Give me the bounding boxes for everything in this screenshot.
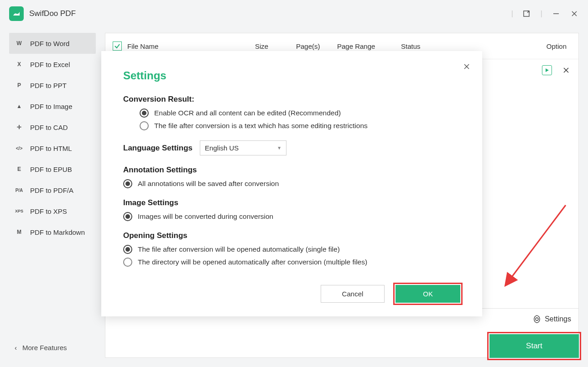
window-icon[interactable]	[522, 9, 531, 18]
radio-icon	[140, 109, 149, 118]
col-status: Status	[401, 42, 447, 50]
markdown-icon: M	[15, 228, 24, 236]
radio-text-only[interactable]: The file after conversion is a text whic…	[140, 121, 460, 130]
more-features-button[interactable]: ‹ More Features	[9, 337, 96, 358]
radio-images-converted[interactable]: Images will be converted during conversi…	[123, 212, 460, 221]
chevron-down-icon: ▼	[277, 145, 281, 150]
radio-label: The file after conversion is a text whic…	[154, 122, 368, 130]
sidebar-item-pdf-to-epub[interactable]: E PDF to EPUB	[9, 159, 96, 180]
more-features-label: More Features	[22, 344, 67, 351]
titlebar: SwifDoo PDF | |	[0, 0, 588, 27]
close-icon[interactable]	[570, 9, 579, 18]
minimize-icon[interactable]	[552, 9, 561, 18]
ok-button[interactable]: OK	[395, 285, 460, 303]
col-size: Size	[255, 42, 296, 50]
image-icon: ▲	[15, 102, 24, 110]
cancel-button[interactable]: Cancel	[321, 285, 385, 303]
sidebar-item-pdf-to-image[interactable]: ▲ PDF to Image	[9, 96, 96, 117]
preview-icon[interactable]	[542, 65, 552, 75]
svg-marker-7	[534, 315, 540, 323]
col-option: Option	[546, 42, 571, 50]
settings-modal: Settings Conversion Result: Enable OCR a…	[101, 51, 482, 316]
sidebar-item-pdf-to-markdown[interactable]: M PDF to Markdown	[9, 222, 96, 243]
col-filename: File Name	[127, 42, 255, 50]
sidebar-item-label: PDF to PDF/A	[30, 186, 73, 194]
sidebar-item-label: PDF to HTML	[30, 145, 72, 152]
word-icon: W	[15, 39, 24, 47]
radio-label: All annotations will be saved after conv…	[138, 180, 279, 188]
sidebar-item-label: PDF to Word	[30, 40, 69, 47]
sidebar-item-label: PDF to CAD	[30, 124, 68, 131]
radio-icon	[123, 258, 132, 267]
sidebar-item-label: PDF to EPUB	[30, 165, 72, 173]
opening-heading: Opening Settings	[123, 231, 460, 240]
sidebar-item-label: PDF to PPT	[30, 82, 67, 89]
language-select[interactable]: English US ▼	[200, 140, 286, 155]
language-heading: Language Settings	[123, 144, 193, 153]
image-heading: Image Settings	[123, 198, 460, 207]
cad-icon: ✛	[15, 123, 24, 131]
svg-marker-4	[546, 68, 549, 72]
sidebar-item-pdf-to-ppt[interactable]: P PDF to PPT	[9, 75, 96, 96]
start-button[interactable]: Start	[489, 334, 579, 358]
radio-icon	[123, 245, 132, 254]
radio-open-directory[interactable]: The directory will be opened automatical…	[123, 258, 460, 267]
col-pages: Page(s)	[296, 42, 337, 50]
xps-icon: XPS	[15, 207, 24, 215]
svg-point-8	[536, 318, 538, 320]
radio-icon	[140, 121, 149, 130]
select-all-checkbox[interactable]	[113, 41, 122, 51]
app-title: SwifDoo PDF	[29, 9, 76, 18]
radio-label: The file after conversion will be opened…	[138, 245, 340, 253]
sidebar-item-pdf-to-word[interactable]: W PDF to Word	[9, 33, 96, 54]
radio-icon	[123, 179, 132, 188]
sidebar-item-label: PDF to Excel	[30, 61, 70, 68]
radio-label: Enable OCR and all content can be edited…	[154, 109, 341, 117]
radio-annotations-saved[interactable]: All annotations will be saved after conv…	[123, 179, 460, 188]
sidebar-item-pdf-to-xps[interactable]: XPS PDF to XPS	[9, 201, 96, 222]
pdfa-icon: P/A	[15, 186, 24, 194]
radio-icon	[123, 212, 132, 221]
sidebar-item-pdf-to-excel[interactable]: X PDF to Excel	[9, 54, 96, 75]
sidebar-item-label: PDF to Image	[30, 103, 73, 110]
annotation-heading: Annotation Settings	[123, 165, 460, 175]
sidebar-item-pdf-to-cad[interactable]: ✛ PDF to CAD	[9, 117, 96, 138]
settings-label: Settings	[545, 315, 571, 323]
sidebar: W PDF to Word X PDF to Excel P PDF to PP…	[9, 33, 96, 358]
ppt-icon: P	[15, 81, 24, 89]
sidebar-item-pdf-to-pdfa[interactable]: P/A PDF to PDF/A	[9, 180, 96, 201]
col-page-range: Page Range	[337, 42, 401, 50]
modal-close-icon[interactable]	[462, 62, 471, 71]
conversion-result-heading: Conversion Result:	[123, 95, 460, 104]
modal-title: Settings	[123, 69, 460, 82]
language-value: English US	[205, 144, 239, 152]
radio-label: Images will be converted during conversi…	[138, 212, 273, 221]
remove-icon[interactable]	[561, 65, 571, 75]
chevron-left-icon: ‹	[15, 344, 17, 351]
excel-icon: X	[15, 60, 24, 68]
gear-icon	[533, 315, 541, 323]
html-icon: </>	[15, 144, 24, 152]
separator: |	[541, 10, 542, 18]
radio-label: The directory will be opened automatical…	[138, 258, 367, 266]
sidebar-item-label: PDF to XPS	[30, 207, 67, 215]
settings-button[interactable]: Settings	[533, 315, 571, 323]
sidebar-item-pdf-to-html[interactable]: </> PDF to HTML	[9, 138, 96, 159]
sidebar-item-label: PDF to Markdown	[30, 228, 85, 236]
separator: |	[511, 10, 513, 18]
app-logo	[9, 6, 24, 21]
radio-ocr-enabled[interactable]: Enable OCR and all content can be edited…	[140, 109, 460, 118]
epub-icon: E	[15, 165, 24, 173]
radio-open-single[interactable]: The file after conversion will be opened…	[123, 245, 460, 254]
